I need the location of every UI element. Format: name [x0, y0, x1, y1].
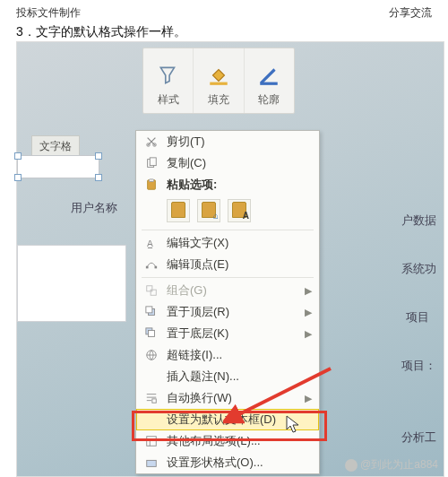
menu-wrap-text-label: 自动换行(W) — [167, 390, 232, 406]
menu-bring-front[interactable]: 置于顶层(R) ▶ — [136, 301, 319, 323]
menu-send-back-label: 置于底层(K) — [167, 325, 228, 342]
copy-icon — [143, 155, 159, 171]
menu-edit-points-label: 编辑顶点(E) — [167, 256, 228, 273]
outline-icon — [257, 64, 280, 87]
menu-edit-points[interactable]: 编辑顶点(E) — [136, 254, 319, 275]
svg-rect-18 — [152, 399, 156, 403]
cursor-icon — [286, 415, 302, 433]
cell-right-0: 户数据 — [401, 212, 436, 229]
svg-text:A̲: A̲ — [147, 238, 153, 248]
submenu-arrow-icon: ▶ — [305, 328, 312, 340]
svg-rect-7 — [149, 179, 153, 182]
selected-textbox[interactable] — [17, 155, 99, 178]
cell-user-label: 用户名称 — [71, 200, 117, 216]
send-back-icon — [143, 325, 159, 342]
menu-hyperlink[interactable]: 超链接(I)... — [136, 344, 319, 366]
default-textbox-icon — [143, 412, 159, 428]
menu-cut[interactable]: 剪切(T) — [136, 131, 319, 152]
paste-options-row: ⌂ A — [136, 195, 319, 228]
svg-rect-19 — [147, 437, 157, 447]
watermark: @到此为止a884 — [345, 457, 438, 473]
svg-rect-16 — [149, 331, 155, 337]
cell-right-2: 项目 — [406, 309, 429, 325]
menu-edit-text[interactable]: A̲ 编辑文字(X) — [136, 232, 319, 254]
menu-format-shape[interactable]: 设置形状格式(O)... — [136, 452, 319, 473]
menu-hyperlink-label: 超链接(I)... — [167, 347, 222, 363]
edit-text-icon: A̲ — [143, 235, 159, 251]
outline-label: 轮廓 — [258, 92, 280, 108]
blank-cell — [17, 245, 126, 322]
menu-paste-label: 粘贴选项: — [167, 177, 217, 193]
menu-wrap-text[interactable]: 自动换行(W) ▶ — [136, 387, 319, 409]
cell-right-4: 分析工 — [401, 429, 436, 446]
paste-option-text-only[interactable]: A — [228, 199, 251, 222]
fill-label: 填充 — [208, 92, 229, 108]
svg-rect-9 — [146, 266, 149, 269]
doc-header-right: 分享交流 — [389, 5, 432, 21]
style-dropdown[interactable]: 样式 — [143, 48, 193, 113]
menu-group: 组合(G) ▶ — [136, 280, 319, 301]
menu-set-default-textbox-label: 设置为默认文本框(D) — [167, 412, 276, 428]
svg-rect-12 — [151, 290, 156, 295]
bring-front-icon — [143, 304, 159, 320]
menu-format-shape-label: 设置形状格式(O)... — [167, 455, 263, 471]
hyperlink-icon — [143, 347, 159, 363]
fill-icon — [207, 64, 230, 87]
group-icon — [143, 282, 159, 299]
caption-icon — [143, 369, 159, 385]
cell-right-3: 项目： — [401, 358, 436, 374]
cell-right-1: 系统功 — [401, 261, 436, 277]
menu-copy-label: 复制(C) — [167, 155, 206, 171]
menu-edit-text-label: 编辑文字(X) — [167, 235, 228, 251]
svg-rect-14 — [146, 307, 152, 313]
paste-icon — [143, 177, 159, 193]
screenshot-region: 样式 填充 轮廓 文字格 用户名称 户数据 系统功 项目 项目： — [16, 41, 444, 477]
style-icon — [157, 64, 180, 87]
submenu-arrow-icon: ▶ — [305, 307, 312, 318]
style-label: 样式 — [158, 92, 179, 108]
menu-more-layout-label: 其他布局选项(L)... — [167, 433, 261, 449]
watermark-text: @到此为止a884 — [360, 457, 438, 473]
mini-toolbar: 样式 填充 轮廓 — [142, 48, 295, 114]
layout-icon — [143, 433, 159, 449]
menu-bring-front-label: 置于顶层(R) — [167, 304, 229, 320]
menu-insert-caption[interactable]: 插入题注(N)... — [136, 366, 319, 387]
svg-rect-11 — [147, 286, 152, 291]
submenu-arrow-icon: ▶ — [305, 285, 312, 297]
format-shape-icon — [143, 455, 159, 471]
svg-rect-0 — [210, 82, 228, 85]
menu-cut-label: 剪切(T) — [167, 134, 205, 150]
menu-paste-header: 粘贴选项: — [136, 174, 319, 195]
svg-rect-5 — [150, 158, 156, 166]
paste-option-keep-source[interactable] — [167, 199, 190, 222]
menu-send-back[interactable]: 置于底层(K) ▶ — [136, 323, 319, 344]
outline-dropdown[interactable]: 轮廓 — [244, 48, 294, 113]
fill-dropdown[interactable]: 填充 — [193, 48, 243, 113]
paste-option-picture[interactable]: ⌂ — [197, 199, 220, 222]
menu-group-label: 组合(G) — [167, 282, 207, 299]
svg-rect-10 — [155, 266, 158, 269]
cut-icon — [143, 134, 159, 150]
wrap-text-icon — [143, 390, 159, 406]
svg-rect-1 — [261, 82, 279, 85]
watermark-icon — [345, 459, 358, 472]
edit-points-icon — [143, 256, 159, 273]
menu-insert-caption-label: 插入题注(N)... — [167, 369, 239, 385]
menu-copy[interactable]: 复制(C) — [136, 152, 319, 174]
svg-rect-20 — [147, 460, 157, 466]
doc-header-left: 投标文件制作 — [16, 5, 81, 21]
menu-more-layout[interactable]: 其他布局选项(L)... — [136, 430, 319, 452]
submenu-arrow-icon: ▶ — [305, 393, 312, 404]
